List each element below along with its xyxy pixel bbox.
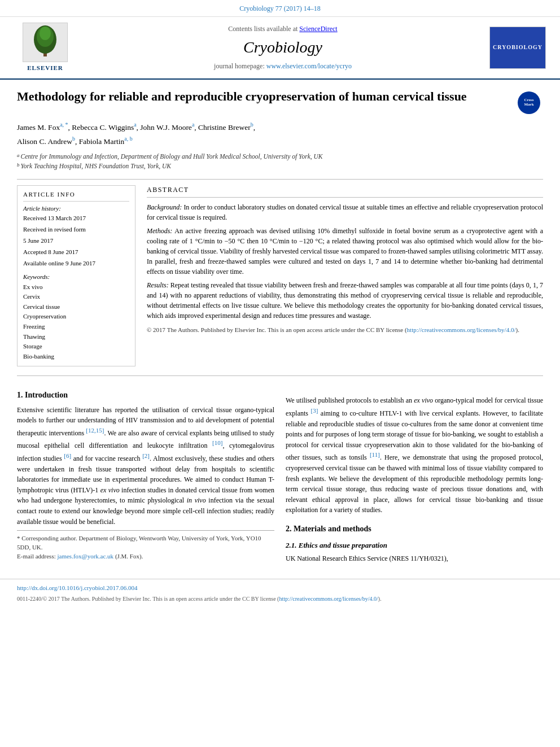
homepage-text: journal homepage: [214,62,266,70]
abstract-copyright: © 2017 The Authors. Published by Elsevie… [147,325,543,335]
divider-2 [17,375,543,376]
authors-section: James M. Foxa, *, Rebecca C. Wigginsa, J… [17,120,543,148]
history-label: Article history: [23,204,129,213]
top-banner: Cryobiology 77 (2017) 14–18 [0,0,560,17]
affil-b-sup: b [17,161,20,171]
divider-1 [17,179,543,180]
author-1: James M. Fox [17,123,60,131]
main-content: 1. Introduction Extensive scientific lit… [17,382,543,567]
keyword-7: Storage [23,342,129,352]
crossmark-badge: CrossMark [518,91,540,114]
author-2-sup: a [134,121,136,128]
article-title-section: Methodology for reliable and reproducibl… [17,89,543,114]
journal-center: Contents lists available at ScienceDirec… [79,24,487,71]
journal-name: Cryobiology [79,36,487,59]
section-2-sub1-heading: 2.1. Ethics and tissue preparation [286,540,543,551]
issn-text: 0011-2240/© 2017 The Authors. Published … [17,596,279,602]
intro-para-1: Extensive scientific literature has repo… [17,405,274,527]
copyright-text: © 2017 The Authors. Published by Elsevie… [147,326,407,333]
keyword-4: Cryopreservation [23,312,129,322]
abstract-text: Background: In order to conduct laborato… [147,202,543,335]
oa-line: 0011-2240/© 2017 The Authors. Published … [17,595,543,604]
author-6: Fabiola Martin [79,137,125,146]
keywords-section: Keywords: Ex vivo Cervix Cervical tissue… [23,273,129,362]
elsevier-tree-image [23,23,68,62]
cryobiology-logo-box: CRYOBIOLOGY [487,27,549,69]
author-1-sup: a, * [60,121,68,128]
abstract-background-text: In order to conduct laboratory studies o… [147,203,543,221]
info-abstract-row: ARTICLE INFO Article history: Received 1… [17,185,543,366]
cc-license-link[interactable]: http://creativecommons.org/licenses/by/4… [407,326,516,333]
affiliation-b: b York Teaching Hospital, NHS Foundation… [17,161,543,171]
abstract-results: Results: Repeat testing revealed that ti… [147,280,543,321]
crossmark-logo: CrossMark [515,91,543,114]
column-right: We utilised published protocols to estab… [286,382,543,567]
abstract-methods-label: Methods: [147,227,172,235]
intro-para-2: We utilised published protocols to estab… [286,395,543,516]
oa-end: ). [378,596,382,602]
doi-line: http://dx.doi.org/10.1016/j.cryobiol.201… [17,584,543,593]
article-body: Methodology for reliable and reproducibl… [0,80,560,579]
section-1-heading: 1. Introduction [17,390,274,401]
revised-date: 5 June 2017 [23,237,129,246]
affiliations: a Centre for Immunology and Infection, D… [17,152,543,172]
homepage-link[interactable]: www.elsevier.com/locate/ycryo [266,62,352,70]
article-info-title: ARTICLE INFO [23,190,129,202]
abstract-methods-text: An active freezing approach was devised … [147,227,543,276]
abstract-section: ABSTRACT Background: In order to conduct… [147,185,543,366]
section-1-right-text: We utilised published protocols to estab… [286,395,543,516]
ref-6[interactable]: [6] [64,452,71,459]
keyword-5: Freezing [23,322,129,332]
sciencedirect-link[interactable]: ScienceDirect [299,25,337,33]
column-left: 1. Introduction Extensive scientific lit… [17,382,274,567]
affil-a-sup: a [17,152,20,161]
cryo-logo-image: CRYOBIOLOGY [489,27,546,69]
abstract-methods: Methods: An active freezing approach was… [147,226,543,277]
bottom-bar: http://dx.doi.org/10.1016/j.cryobiol.201… [0,579,560,608]
ref-3[interactable]: [3] [311,407,318,414]
accepted-date: Accepted 8 June 2017 [23,248,129,257]
doi-link[interactable]: http://dx.doi.org/10.1016/j.cryobiol.201… [17,584,137,591]
keyword-8: Bio-banking [23,352,129,362]
abstract-title: ABSTRACT [147,185,543,197]
keyword-1: Ex vivo [23,282,129,292]
elsevier-logo: ELSEVIER [11,23,79,73]
footnote-area: * Corresponding author. Department of Bi… [17,530,274,561]
author-5: Alison C. Andrew [17,137,72,146]
oa-link[interactable]: http://creativecommons.org/licenses/by/4… [279,596,378,602]
copyright-end: ). [515,326,519,333]
keyword-3: Cervical tissue [23,302,129,312]
affiliation-a: a Centre for Immunology and Infection, D… [17,152,543,161]
ref-12-15[interactable]: [12,15] [86,427,104,434]
footnote-email: E-mail address: james.fox@york.ac.uk (J.… [17,552,274,561]
keyword-6: Thawing [23,332,129,342]
section-1-text: Extensive scientific literature has repo… [17,405,274,527]
author-4: Christine Brewer [198,123,251,131]
ref-2[interactable]: [2] [142,452,150,459]
ref-11[interactable]: [11] [370,451,380,458]
journal-header: ELSEVIER Contents lists available at Sci… [0,17,560,80]
section-2-heading: 2. Materials and methods [286,523,543,535]
elsevier-label: ELSEVIER [27,64,63,73]
article-info-box: ARTICLE INFO Article history: Received 1… [17,185,135,366]
author-5-sup: b [72,136,75,142]
abstract-results-label: Results: [147,281,169,289]
article-title: Methodology for reliable and reproducibl… [17,89,515,105]
author-2: Rebecca C. Wiggins [72,123,134,131]
svg-point-4 [40,27,51,40]
author-3: John W.J. Moore [140,123,192,131]
section-2-para-1: UK National Research Ethics Service (NRE… [286,553,543,564]
author-3-sup: a [192,121,194,128]
abstract-background-label: Background: [147,203,182,211]
keyword-2: Cervix [23,292,129,302]
abstract-background: Background: In order to conduct laborato… [147,202,543,222]
journal-homepage: journal homepage: www.elsevier.com/locat… [79,62,487,71]
journal-ref: Cryobiology 77 (2017) 14–18 [239,5,321,12]
received-date: Received 13 March 2017 [23,214,129,223]
ref-10[interactable]: [10] [212,439,222,446]
keywords-label: Keywords: [23,273,129,282]
footnote-star: * Corresponding author. Department of Bi… [17,534,274,552]
email-link[interactable]: james.fox@york.ac.uk [57,553,113,560]
author-4-sup: b [251,121,253,128]
email-note: (J.M. Fox). [115,553,143,560]
